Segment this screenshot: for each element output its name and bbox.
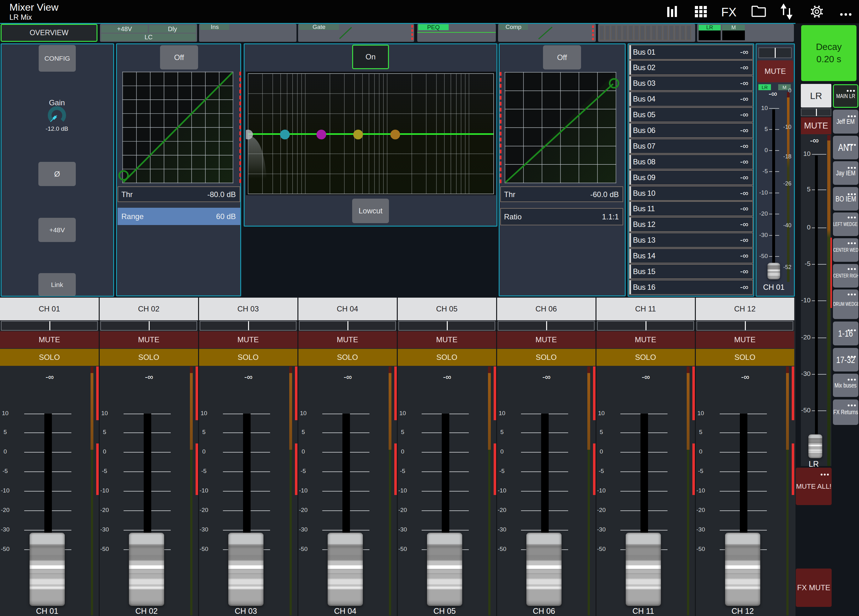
svg-text:FX: FX bbox=[721, 6, 737, 19]
